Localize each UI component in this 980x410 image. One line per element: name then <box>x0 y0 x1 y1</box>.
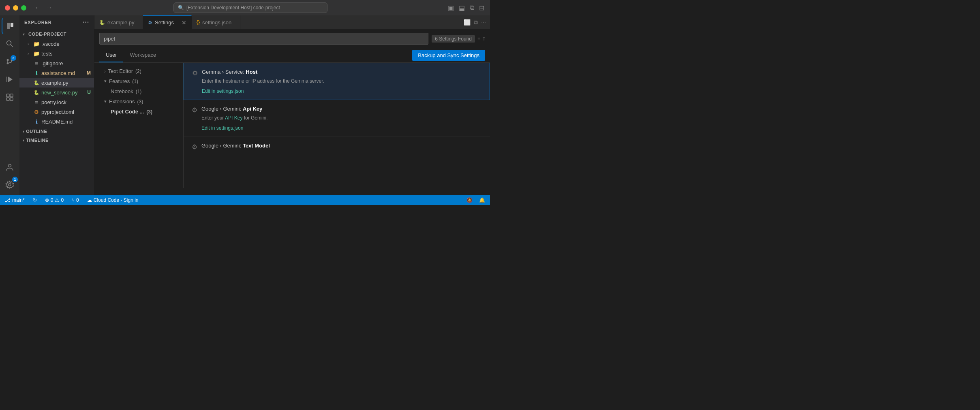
file-name: .vscode <box>41 41 60 47</box>
settings-body: › Text Editor (2) ▾ Features (1) Noteboo… <box>94 63 490 188</box>
nav-item-pipet-code[interactable]: Pipet Code ... (3) <box>94 107 183 117</box>
tab-close-button[interactable]: ✕ <box>182 19 186 26</box>
settings-search-input[interactable] <box>99 33 428 45</box>
chevron-right-icon: › <box>28 42 32 46</box>
cloud-icon: ☁ <box>87 197 92 203</box>
nav-item-notebook[interactable]: Notebook (1) <box>94 86 183 96</box>
tab-settings-json[interactable]: {} settings.json <box>192 15 240 29</box>
list-item[interactable]: › ≡ .gitignore <box>19 58 94 68</box>
list-item[interactable]: › ℹ README.md <box>19 117 94 126</box>
cloud-text: Cloud Code - Sign in <box>94 197 139 203</box>
minimize-button[interactable] <box>13 5 18 11</box>
expand-icon: ▾ <box>23 32 27 36</box>
tab-example-py[interactable]: 🐍 example.py <box>94 15 143 29</box>
tab-user[interactable]: User <box>99 48 123 62</box>
tab-workspace[interactable]: Workspace <box>123 48 163 62</box>
close-button[interactable] <box>5 5 10 11</box>
status-cloud[interactable]: ☁ Cloud Code - Sign in <box>86 195 140 205</box>
nav-item-extensions[interactable]: ▾ Extensions (3) <box>94 96 183 107</box>
sidebar-item-explorer[interactable] <box>2 18 18 34</box>
backup-sync-button[interactable]: Backup and Sync Settings <box>412 50 485 61</box>
editor-area: 🐍 example.py ⚙ Settings ✕ {} settings.js… <box>94 15 490 195</box>
branch-icon: ⎇ <box>5 197 11 203</box>
tab-settings[interactable]: ⚙ Settings ✕ <box>143 15 192 29</box>
folder-icon: 📁 <box>33 51 40 57</box>
setting-item-gemma-host[interactable]: ⚙ Gemma › Service: Host Enter the hostna… <box>184 63 490 100</box>
status-ports[interactable]: ⑂ 0 <box>70 195 81 205</box>
status-errors[interactable]: ⊗ 0 ⚠ 0 <box>43 195 65 205</box>
settings-nav: › Text Editor (2) ▾ Features (1) Noteboo… <box>94 63 184 188</box>
title-bar: ← → 🔍 [Extension Development Host] code-… <box>0 0 490 15</box>
svg-marker-7 <box>8 77 13 82</box>
timeline-section[interactable]: › TIMELINE <box>19 135 94 144</box>
command-palette[interactable]: 🔍 [Extension Development Host] code-proj… <box>173 2 327 13</box>
sidebar-item-extensions[interactable] <box>2 89 18 105</box>
list-item[interactable]: › 🐍 new_service.py U <box>19 88 94 97</box>
list-item[interactable]: › 🐍 example.py <box>19 78 94 88</box>
forward-button[interactable]: → <box>44 4 54 12</box>
status-branch[interactable]: ⎇ main* <box>3 195 26 205</box>
traffic-lights <box>5 5 26 11</box>
status-right: 🔕 🔔 <box>465 197 487 203</box>
nav-label: Text Editor <box>108 68 133 74</box>
more-actions-button[interactable]: ··· <box>480 18 487 26</box>
chevron-right-icon: › <box>23 138 24 143</box>
nav-item-features[interactable]: ▾ Features (1) <box>94 76 183 86</box>
panel-toggle[interactable]: ⬓ <box>458 3 466 13</box>
file-name: new_service.py <box>41 90 78 96</box>
warning-count: 0 <box>61 197 64 203</box>
sidebar-item-run[interactable] <box>2 71 18 88</box>
list-item[interactable]: › ⬇ assistance.md M <box>19 68 94 78</box>
list-item[interactable]: › 📁 tests <box>19 49 94 58</box>
filter-icon[interactable]: ⊺ <box>483 36 485 42</box>
setting-description: Enter the hostname or IP address for the… <box>202 77 481 85</box>
open-in-editor-button[interactable]: ⬜ <box>463 18 471 26</box>
title-bar-center: 🔍 [Extension Development Host] code-proj… <box>57 2 444 13</box>
setting-item-gemini-text-model[interactable]: ⚙ Google › Gemini: Text Model <box>184 137 490 157</box>
untracked-badge: U <box>87 90 91 95</box>
edit-settings-link[interactable]: Edit in settings.json <box>201 125 243 131</box>
file-name: example.py <box>41 80 68 86</box>
list-item[interactable]: › ⚙ pyproject.toml <box>19 107 94 117</box>
svg-line-3 <box>11 45 13 47</box>
outline-section[interactable]: › OUTLINE <box>19 126 94 135</box>
sidebar-item-source-control[interactable]: 2 <box>2 53 18 70</box>
status-no-bell[interactable]: 🔕 <box>465 197 474 203</box>
sidebar-toggle[interactable]: ▣ <box>447 3 455 13</box>
setting-item-gemini-api-key[interactable]: ⚙ Google › Gemini: Api Key Enter your AP… <box>184 100 490 137</box>
file-name: README.md <box>41 119 73 125</box>
setting-description: Enter your API Key for Gemini. <box>201 114 482 122</box>
customize-layout[interactable]: ⊟ <box>478 3 485 13</box>
sidebar-item-settings[interactable]: 1 <box>2 177 18 193</box>
settings-badge: 1 <box>12 177 18 182</box>
maximize-button[interactable] <box>21 5 26 11</box>
sidebar-actions[interactable]: ··· <box>83 19 89 26</box>
tab-bar: 🐍 example.py ⚙ Settings ✕ {} settings.js… <box>94 15 490 30</box>
api-key-link[interactable]: API Key <box>225 115 242 121</box>
error-count: 0 <box>51 197 53 203</box>
sidebar-item-account[interactable] <box>2 159 18 175</box>
nav-label: Extensions <box>109 98 135 105</box>
project-root[interactable]: ▾ CODE-PROJECT <box>19 29 94 39</box>
edit-settings-link[interactable]: Edit in settings.json <box>202 88 244 94</box>
sidebar-item-search[interactable] <box>2 36 18 52</box>
list-item[interactable]: › 📁 .vscode <box>19 39 94 49</box>
nav-item-text-editor[interactable]: › Text Editor (2) <box>94 66 183 76</box>
nav-label: Features <box>109 78 130 84</box>
nav-label: Pipet Code ... <box>111 109 144 115</box>
sort-icon[interactable]: ≡ <box>477 36 480 42</box>
back-button[interactable]: ← <box>33 4 43 12</box>
split-editor-button[interactable]: ⧉ <box>473 18 479 27</box>
settings-tabs: User Workspace Backup and Sync Settings <box>94 48 490 63</box>
python-icon: 🐍 <box>33 90 40 95</box>
activity-bar: 2 <box>0 15 19 195</box>
list-item[interactable]: › ≡ poetry.lock <box>19 97 94 107</box>
status-sync[interactable]: ↻ <box>31 195 39 205</box>
svg-point-4 <box>7 59 9 61</box>
timeline-label: TIMELINE <box>26 138 49 143</box>
status-notifications[interactable]: 🔔 <box>477 197 487 203</box>
sidebar: EXPLORER ··· ▾ CODE-PROJECT › 📁 .vscode … <box>19 15 94 195</box>
split-editor[interactable]: ⧉ <box>469 3 475 12</box>
error-icon: ⊗ <box>45 197 49 203</box>
file-name: .gitignore <box>41 60 63 66</box>
